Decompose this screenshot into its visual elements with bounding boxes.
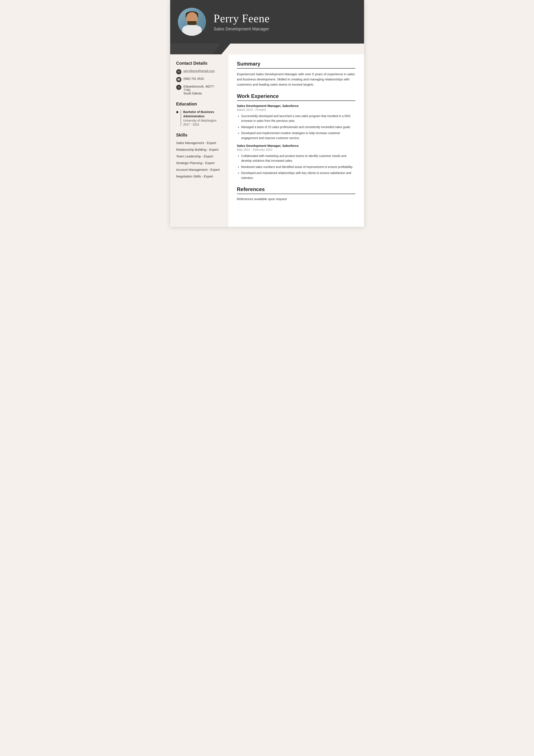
contact-email-item: ✉ perryfeene@gmail.com [176, 69, 222, 74]
contact-address-item: ⊙ Edwardomouth, 48277-7740, South Dakota [176, 85, 222, 95]
job-1-dates: March 2023 - Present [237, 108, 355, 112]
summary-text: Experienced Sales Development Manager wi… [237, 71, 355, 87]
resume-header: Perry Feene Sales Development Manager [170, 0, 364, 43]
header-title: Sales Development Manager [214, 27, 354, 32]
header-text: Perry Feene Sales Development Manager [214, 12, 354, 32]
job-1-title: Sales Development Manager, Salesforce [237, 104, 355, 108]
sidebar: Contact Details ✉ perryfeene@gmail.com ☎… [170, 54, 228, 227]
email-icon: ✉ [176, 69, 181, 74]
phone-icon: ☎ [176, 77, 181, 82]
avatar [178, 8, 206, 36]
chevron-decoration [170, 43, 364, 54]
job-1-bullet-1: Managed a team of 10 sales professionals… [241, 125, 355, 129]
work-experience-section: Work Experience Sales Development Manage… [237, 93, 355, 180]
job-2-bullet-1: Monitored sales numbers and identified a… [241, 165, 355, 169]
email-link[interactable]: perryfeene@gmail.com [184, 69, 215, 73]
contact-section-title: Contact Details [176, 61, 222, 66]
skill-item-2: Team Leadership - Expert [176, 154, 222, 158]
summary-section: Summary Experienced Sales Development Ma… [237, 61, 355, 87]
avatar-body [182, 25, 202, 36]
contact-phone-item: ☎ (060) 791 3520 [176, 77, 222, 82]
references-text: References available upon request [237, 197, 355, 201]
skills-section: Skills Sales Management - Expert Relatio… [176, 133, 222, 178]
education-section-title: Education [176, 101, 222, 107]
edu-content: Bachelor of Business Administration Univ… [181, 110, 222, 126]
contact-section: Contact Details ✉ perryfeene@gmail.com ☎… [176, 61, 222, 95]
job-1-bullet-0: Successfully developed and launched a ne… [241, 114, 355, 123]
job-1-bullets: Successfully developed and launched a ne… [237, 114, 355, 140]
resume-body: Contact Details ✉ perryfeene@gmail.com ☎… [170, 54, 364, 227]
edu-degree: Bachelor of Business Administration [183, 110, 222, 119]
skill-item-4: Account Management - Expert [176, 168, 222, 172]
phone-text: (060) 791 3520 [184, 77, 204, 80]
work-experience-title: Work Experience [237, 93, 355, 101]
job-2-dates: May 2021 - February 2023 [237, 148, 355, 151]
location-icon: ⊙ [176, 85, 181, 90]
address-text: Edwardomouth, 48277-7740, South Dakota [184, 85, 222, 95]
skill-item-5: Negotiation Skills - Expert [176, 175, 222, 178]
avatar-face [178, 8, 206, 36]
edu-dot [176, 111, 178, 113]
references-title: References [237, 186, 355, 194]
header-name: Perry Feene [214, 12, 354, 25]
job-2-bullets: Collaborated with marketing and product … [237, 153, 355, 180]
skills-section-title: Skills [176, 133, 222, 138]
skill-item-3: Strategic Planning - Expert [176, 161, 222, 165]
references-section: References References available upon req… [237, 186, 355, 201]
summary-title: Summary [237, 61, 355, 68]
job-2-bullet-2: Developed and maintained relationships w… [241, 171, 355, 180]
edu-school: University of Washington [183, 119, 222, 122]
job-2-bullet-0: Collaborated with marketing and product … [241, 153, 355, 163]
job-2: Sales Development Manager, Salesforce Ma… [237, 144, 355, 180]
avatar-wrapper [178, 8, 206, 36]
skill-item-1: Relationship Building - Expert [176, 148, 222, 151]
main-content: Summary Experienced Sales Development Ma… [228, 54, 364, 227]
job-1-bullet-2: Developed and implemented creative strat… [241, 131, 355, 140]
job-2-title: Sales Development Manager, Salesforce [237, 144, 355, 148]
job-1: Sales Development Manager, Salesforce Ma… [237, 104, 355, 140]
edu-years: 2017 - 2021 [183, 123, 222, 126]
education-section: Education Bachelor of Business Administr… [176, 101, 222, 126]
edu-item: Bachelor of Business Administration Univ… [176, 110, 222, 126]
skill-item-0: Sales Management - Expert [176, 141, 222, 145]
resume-document: Perry Feene Sales Development Manager Co… [170, 0, 364, 227]
avatar-beard [188, 21, 196, 25]
